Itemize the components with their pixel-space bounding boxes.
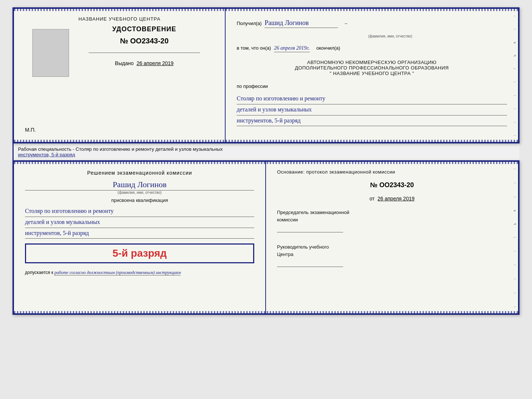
recipient-name: Рашид Логинов (265, 19, 338, 28)
vtom-row: в том, что он(а) 26 апреля 2019г. окончи… (237, 45, 507, 52)
cert-vydano: Выдано 26 апреля 2019 (115, 60, 174, 66)
predsedatel-block: Председатель экзаменационной комиссии (277, 209, 507, 234)
cert-center: УДОСТОВЕРЕНИЕ № OO2343-20 Выдано 26 апре… (75, 25, 214, 66)
protocol-date-row: от 26 апреля 2019 (277, 196, 507, 202)
profession-block: Столяр по изготовлению и ремонту деталей… (237, 93, 507, 126)
profession-line1: Столяр по изготовлению и ремонту (237, 93, 507, 104)
commission-title: Решением экзаменационной комиссии (25, 169, 254, 177)
rukovoditel-line1: Руководитель учебного (277, 243, 507, 251)
cert-photo (32, 29, 69, 77)
bottom-name-subtext: (фамилия, имя, отчество) (25, 190, 254, 195)
specialty-prefix: Рабочая специальность - Столяр по изгото… (18, 146, 223, 152)
cert-left-panel: НАЗВАНИЕ УЧЕБНОГО ЦЕНТРА УДОСТОВЕРЕНИЕ №… (14, 9, 226, 142)
bottom-recipient-block: Рашид Логинов (фамилия, имя, отчество) (25, 180, 254, 195)
qual-line2: деталей и узлов музыкальных (25, 217, 254, 228)
org-line3: " НАЗВАНИЕ УЧЕБНОГО ЦЕНТРА " (237, 71, 507, 76)
rank-box: 5-й разряд (25, 243, 254, 263)
rukovoditel-block: Руководитель учебного Центра (277, 243, 507, 269)
name-subtext: (фамилия, имя, отчество) (273, 32, 507, 39)
osnovaniye-label: Основание: протокол экзаменационной коми… (277, 169, 507, 175)
допускается-label: допускается к (25, 270, 53, 275)
допускается-row: допускается к работе согласно должностны… (25, 270, 254, 275)
poluchil-label: Получил(а) (237, 21, 262, 26)
cert-number: № OO2343-20 (120, 37, 168, 45)
vydano-date: 26 апреля 2019 (137, 60, 174, 66)
top-certificate: НАЗВАНИЕ УЧЕБНОГО ЦЕНТРА УДОСТОВЕРЕНИЕ №… (12, 7, 520, 143)
cert-right-panel: Получил(а) Рашид Логинов – (фамилия, имя… (226, 9, 518, 142)
prisvoena-label: присвоена квалификация (25, 197, 254, 203)
okonchil-label: окончил(а) (316, 45, 340, 51)
profession-line2: деталей и узлов музыкальных (237, 104, 507, 115)
bottom-left-panel: Решением экзаменационной комиссии Рашид … (14, 162, 266, 313)
qual-line1: Столяр по изготовлению и ремонту (25, 206, 254, 217)
vtom-label: в том, что он(а) (237, 45, 271, 51)
bottom-right-side-decoration: – – – и ,а ← – – – – – (512, 162, 517, 313)
right-side-decoration: – – и ,а ← – – – – – (512, 9, 517, 142)
protocol-date: 26 апреля 2019 (378, 196, 415, 202)
rukovoditel-line2: Центра (277, 251, 507, 258)
protocol-number: № OO2343-20 (277, 181, 507, 189)
specialty-label: Рабочая специальность - Столяр по изгото… (12, 143, 520, 160)
cert-divider-line (89, 53, 200, 53)
bottom-recipient-name: Рашид Логинов (25, 180, 254, 190)
profession-line3: инструментов, 5-й разряд (237, 115, 507, 127)
predsedatel-signature-line (277, 225, 343, 232)
допускается-value: работе согласно должностным (производств… (54, 270, 181, 275)
bottom-document: Решением экзаменационной комиссии Рашид … (12, 160, 520, 315)
bottom-right-panel: Основание: протокол экзаменационной коми… (266, 162, 518, 313)
org-line1: АВТОНОМНУЮ НЕКОММЕРЧЕСКУЮ ОРГАНИЗАЦИЮ (237, 60, 507, 65)
predsedatel-line1: Председатель экзаменационной (277, 209, 507, 216)
rukovoditel-signature-line (277, 260, 343, 267)
predsedatel-line2: комиссии (277, 216, 507, 224)
vydano-label: Выдано (115, 60, 134, 66)
cert-udostoverenie-label: УДОСТОВЕРЕНИЕ (112, 25, 176, 33)
cert-mp: М.П. (25, 127, 36, 135)
recipient-row: Получил(а) Рашид Логинов – (237, 19, 507, 28)
specialty-underlined: инструментов, 5-й разряд (18, 152, 75, 157)
qualification-block: Столяр по изготовлению и ремонту деталей… (25, 206, 254, 239)
document-wrapper: НАЗВАНИЕ УЧЕБНОГО ЦЕНТРА УДОСТОВЕРЕНИЕ №… (12, 7, 520, 315)
vtom-date: 26 апреля 2019г. (274, 45, 310, 52)
po-professii-label: по профессии (237, 83, 507, 89)
dash1: – (345, 21, 347, 26)
cert-school-title: НАЗВАНИЕ УЧЕБНОГО ЦЕНТРА (78, 16, 160, 22)
qual-line3: инструментов, 5-й разряд (25, 228, 254, 239)
name-subtext-label: (фамилия, имя, отчество) (368, 34, 412, 38)
protocol-date-label: от (370, 196, 375, 202)
org-line2: ДОПОЛНИТЕЛЬНОГО ПРОФЕССИОНАЛЬНОГО ОБРАЗО… (237, 65, 507, 71)
commission-title-text: Решением экзаменационной комиссии (87, 170, 192, 176)
org-block: АВТОНОМНУЮ НЕКОММЕРЧЕСКУЮ ОРГАНИЗАЦИЮ ДО… (237, 60, 507, 76)
rank-text: 5-й разряд (32, 247, 248, 259)
